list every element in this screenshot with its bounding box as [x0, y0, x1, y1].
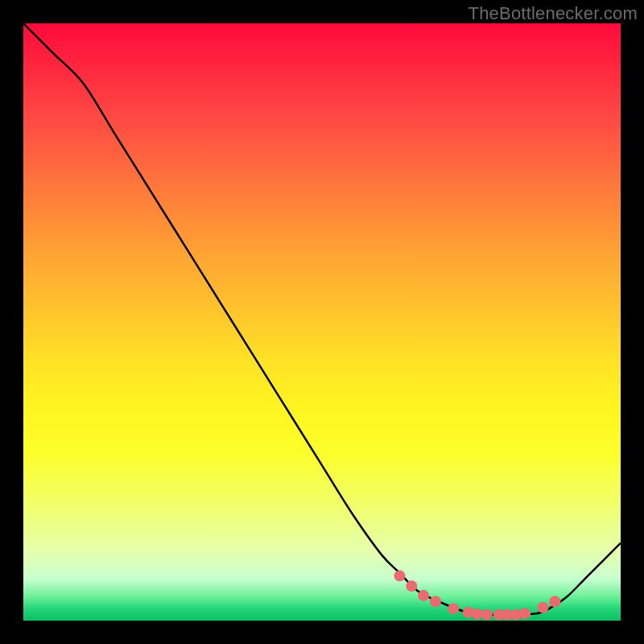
bottleneck-curve	[23, 23, 621, 615]
curve-marker	[549, 596, 560, 607]
curve-marker	[406, 580, 417, 592]
chart-frame: TheBottlenecker.com	[0, 0, 644, 644]
curve-marker	[448, 603, 459, 614]
curve-marker	[418, 590, 429, 601]
curve-marker	[538, 602, 549, 613]
curve-marker	[481, 609, 493, 621]
curve-marker	[394, 570, 405, 581]
watermark-text: TheBottlenecker.com	[469, 3, 638, 24]
curve-marker	[472, 609, 483, 620]
curve-marker	[430, 596, 441, 607]
curve-marker	[519, 608, 530, 619]
curve-svg	[23, 23, 621, 621]
plot-area	[23, 23, 621, 621]
